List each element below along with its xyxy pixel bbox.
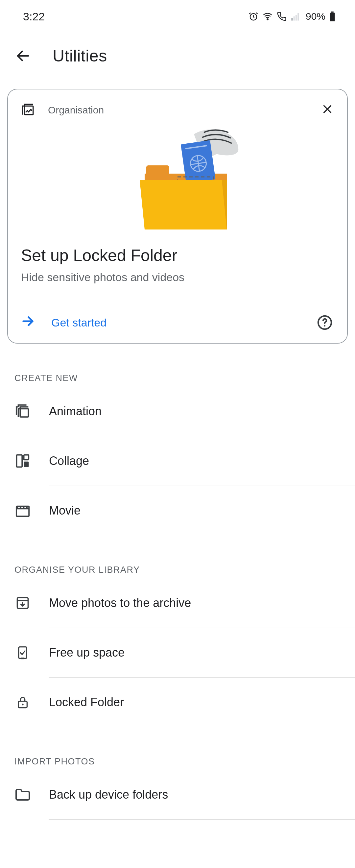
help-button[interactable] (316, 313, 334, 332)
section-header-organise: ORGANISE YOUR LIBRARY (0, 535, 355, 578)
battery-icon (329, 11, 335, 21)
svg-rect-22 (20, 409, 28, 417)
app-header: Utilities (0, 33, 355, 82)
svg-rect-4 (295, 15, 297, 21)
archive-icon (14, 595, 31, 611)
locked-folder-illustration (21, 124, 334, 233)
status-bar: 3:22 90% (0, 0, 355, 33)
list-item-label: Movie (49, 504, 80, 518)
svg-rect-25 (24, 462, 29, 467)
list-item-label: Locked Folder (49, 695, 124, 709)
svg-rect-2 (291, 18, 293, 21)
free-up-space-item[interactable]: Free up space (0, 628, 355, 677)
status-icons: 90% (249, 11, 335, 22)
animation-icon (14, 403, 31, 420)
arrow-right-icon (21, 314, 35, 331)
gallery-icon (21, 102, 35, 118)
svg-rect-5 (297, 13, 299, 21)
backup-device-folders-item[interactable]: Back up device folders (0, 770, 355, 819)
list-item-label: Collage (49, 454, 89, 468)
svg-rect-23 (17, 455, 22, 467)
svg-rect-24 (24, 455, 29, 460)
list-item-label: Back up device folders (49, 788, 168, 802)
svg-rect-3 (294, 17, 295, 21)
section-header-create-new: CREATE NEW (0, 344, 355, 386)
lock-icon (14, 694, 31, 711)
list-item-label: Move photos to the archive (49, 596, 191, 610)
locked-folder-item[interactable]: Locked Folder (0, 678, 355, 727)
svg-point-31 (22, 704, 23, 705)
svg-point-1 (267, 19, 268, 20)
promo-category-label: Organisation (48, 104, 104, 116)
page-title: Utilities (53, 46, 107, 65)
folder-icon (14, 786, 31, 803)
get-started-button[interactable]: Get started (21, 314, 106, 331)
movie-icon (14, 502, 31, 519)
back-button[interactable] (13, 46, 33, 66)
alarm-icon (249, 11, 258, 21)
archive-item[interactable]: Move photos to the archive (0, 578, 355, 628)
wifi-icon (262, 11, 273, 21)
create-movie-item[interactable]: Movie (0, 486, 355, 535)
svg-rect-7 (330, 13, 335, 21)
get-started-label: Get started (51, 316, 106, 329)
signal-icon (291, 11, 300, 21)
list-item-label: Free up space (49, 646, 125, 659)
free-up-space-icon (14, 644, 31, 661)
svg-point-21 (324, 325, 325, 327)
list-item-label: Animation (49, 404, 102, 418)
status-time: 3:22 (23, 10, 45, 23)
divider (49, 819, 355, 820)
wifi-calling-icon (277, 11, 287, 21)
section-header-import: IMPORT PHOTOS (0, 727, 355, 770)
collage-icon (14, 453, 31, 469)
locked-folder-promo-card: Organisation (7, 89, 348, 344)
promo-title: Set up Locked Folder (21, 246, 334, 265)
promo-subtitle: Hide sensitive photos and videos (21, 271, 334, 284)
battery-percentage: 90% (306, 11, 325, 22)
svg-rect-6 (331, 11, 334, 13)
create-animation-item[interactable]: Animation (0, 386, 355, 436)
dismiss-promo-button[interactable] (320, 101, 335, 117)
create-collage-item[interactable]: Collage (0, 436, 355, 486)
